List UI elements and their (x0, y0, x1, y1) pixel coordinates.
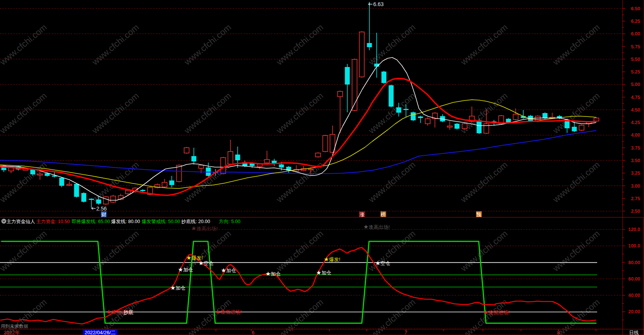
svg-text:爆发!: 爆发! (192, 255, 203, 261)
svg-text:5.75: 5.75 (631, 44, 640, 49)
svg-text:120.0: 120.0 (628, 227, 640, 232)
svg-text:5.25: 5.25 (631, 69, 640, 75)
svg-text:7: 7 (404, 330, 407, 335)
svg-text:爆发警戒线: 50.00: 爆发警戒线: 50.00 (142, 219, 180, 224)
svg-text:逢低进场!: 逢低进场! (489, 309, 510, 315)
svg-text:6.63: 6.63 (373, 1, 384, 7)
svg-text:100.0: 100.0 (628, 243, 640, 249)
svg-text:3.50: 3.50 (631, 158, 640, 163)
svg-text:加仓: 加仓 (321, 270, 331, 276)
svg-text:4.75: 4.75 (631, 95, 640, 100)
svg-text:2.56: 2.56 (96, 206, 107, 212)
svg-text:空仓: 空仓 (380, 260, 390, 266)
svg-text:40.00: 40.00 (628, 293, 640, 298)
svg-text:榜: 榜 (380, 212, 386, 217)
svg-text:逢高出场!: 逢高出场! (197, 226, 218, 231)
svg-text:即将爆发线: 65.00: 即将爆发线: 65.00 (72, 219, 110, 224)
svg-text:4.25: 4.25 (631, 120, 640, 125)
svg-text:预: 预 (476, 212, 481, 217)
svg-text:2022/04/26/二: 2022/04/26/二 (85, 330, 116, 335)
svg-text:主力资金: 10.50: 主力资金: 10.50 (36, 219, 70, 224)
svg-text:6.50: 6.50 (631, 6, 640, 11)
svg-text:20.00: 20.00 (628, 309, 640, 314)
svg-text:80.00: 80.00 (628, 260, 640, 265)
svg-text:加仓: 加仓 (226, 268, 236, 273)
svg-text:60.00: 60.00 (628, 276, 640, 282)
svg-text:3.75: 3.75 (631, 145, 640, 151)
svg-text:5.00: 5.00 (631, 82, 640, 87)
svg-text:2.50: 2.50 (631, 209, 640, 214)
svg-text:抄底线: 20.00: 抄底线: 20.00 (181, 219, 210, 224)
svg-text:主力资金仙人: 主力资金仙人 (6, 219, 35, 224)
svg-text:2022年: 2022年 (4, 330, 20, 335)
svg-text:逢低进场!: 逢低进场! (221, 309, 242, 315)
svg-text:6: 6 (252, 330, 254, 335)
svg-text:加仓: 加仓 (183, 267, 193, 273)
svg-text:5.50: 5.50 (631, 57, 640, 62)
svg-text:用到未来数据: 用到未来数据 (1, 324, 28, 329)
svg-text:方向: 5.00: 方向: 5.00 (219, 219, 240, 224)
svg-text:抄底: 抄底 (123, 309, 133, 315)
svg-text:6.00: 6.00 (631, 31, 640, 37)
svg-text:2.75: 2.75 (631, 196, 640, 201)
svg-text:8: 8 (557, 330, 560, 335)
svg-text:6.25: 6.25 (631, 19, 640, 24)
svg-text:财: 财 (101, 212, 106, 217)
svg-text:爆发!: 爆发! (329, 257, 340, 262)
svg-text:日线: 日线 (629, 330, 639, 335)
svg-text:空仓: 空仓 (204, 260, 214, 266)
svg-text:3.25: 3.25 (631, 171, 640, 176)
svg-text:4.50: 4.50 (631, 107, 640, 113)
svg-text:加仓: 加仓 (271, 271, 281, 277)
svg-text:3.00: 3.00 (631, 183, 640, 189)
svg-text:爆发线: 80.00: 爆发线: 80.00 (111, 219, 140, 224)
svg-text:4.00: 4.00 (631, 132, 640, 138)
svg-text:加仓: 加仓 (176, 285, 185, 291)
svg-text:涨: 涨 (360, 212, 364, 217)
